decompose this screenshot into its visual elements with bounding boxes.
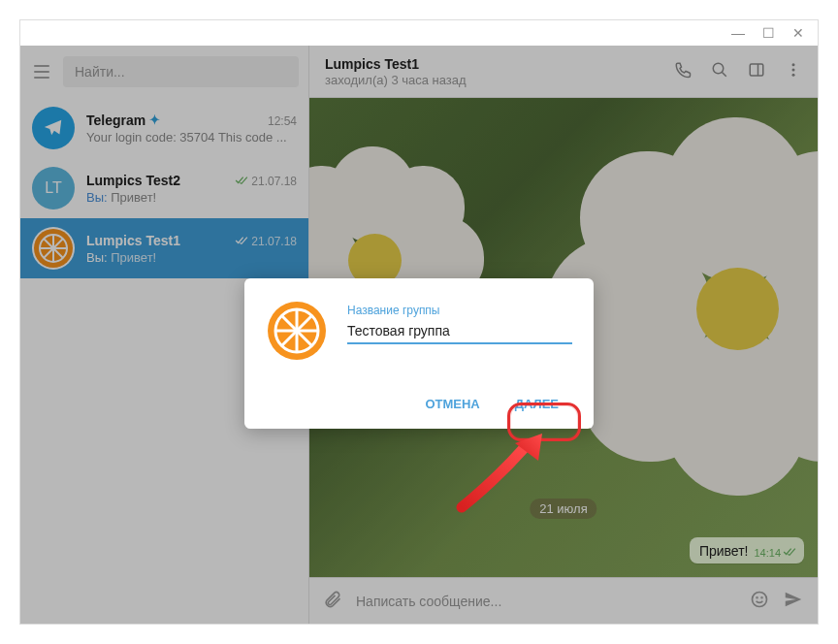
new-group-dialog: Название группы ОТМЕНА ДАЛЕЕ <box>244 278 594 429</box>
window-frame: — ☐ ✕ Найти... Telegram ✦ 12:54 <box>19 19 819 625</box>
next-button[interactable]: ДАЛЕЕ <box>501 389 572 419</box>
close-window-button[interactable]: ✕ <box>792 25 804 41</box>
minimize-button[interactable]: — <box>731 25 745 41</box>
group-name-label: Название группы <box>347 304 572 317</box>
titlebar: — ☐ ✕ <box>20 20 818 46</box>
group-name-input[interactable] <box>347 317 572 344</box>
app: Найти... Telegram ✦ 12:54 Your login cod… <box>20 46 818 624</box>
cancel-button[interactable]: ОТМЕНА <box>411 389 493 419</box>
group-avatar[interactable] <box>266 300 328 362</box>
modal-overlay[interactable]: Название группы ОТМЕНА ДАЛЕЕ <box>20 46 818 624</box>
maximize-button[interactable]: ☐ <box>762 25 775 41</box>
